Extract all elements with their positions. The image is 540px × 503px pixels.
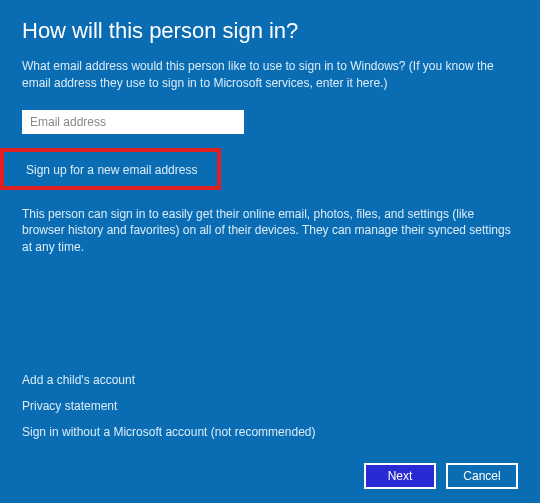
info-text: This person can sign in to easily get th…: [22, 206, 518, 256]
next-button[interactable]: Next: [364, 463, 436, 489]
signup-new-email-link[interactable]: Sign up for a new email address: [26, 163, 197, 177]
page-title: How will this person sign in?: [22, 18, 518, 44]
signup-highlight: Sign up for a new email address: [0, 148, 221, 190]
privacy-statement-link[interactable]: Privacy statement: [22, 399, 518, 413]
instruction-text: What email address would this person lik…: [22, 58, 518, 92]
email-field[interactable]: [22, 110, 244, 134]
sign-in-without-ms-link[interactable]: Sign in without a Microsoft account (not…: [22, 425, 518, 439]
add-child-account-link[interactable]: Add a child's account: [22, 373, 518, 387]
cancel-button[interactable]: Cancel: [446, 463, 518, 489]
